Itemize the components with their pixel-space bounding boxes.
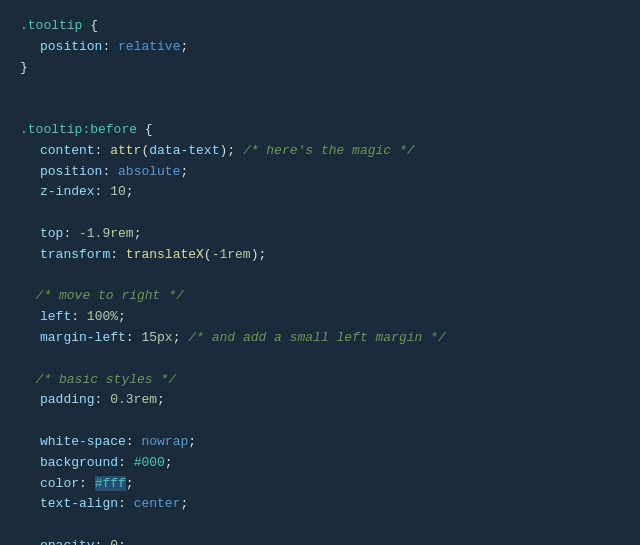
token-punctuation: : bbox=[95, 392, 111, 407]
token-punctuation: : bbox=[126, 434, 142, 449]
code-line: position: relative; bbox=[20, 37, 620, 58]
token-property: z-index bbox=[40, 184, 95, 199]
token-comment: /* move to right */ bbox=[20, 288, 184, 303]
code-line: .tooltip { bbox=[20, 16, 620, 37]
token-punctuation: : bbox=[63, 226, 79, 241]
token-value-function: translateX bbox=[126, 247, 204, 262]
code-line bbox=[20, 203, 620, 224]
token-attr-name: data-text bbox=[149, 143, 219, 158]
token-property: position bbox=[40, 39, 102, 54]
token-value-number: 100% bbox=[87, 309, 118, 324]
code-line: background: #000; bbox=[20, 453, 620, 474]
token-punctuation: : bbox=[95, 538, 111, 545]
token-brace: { bbox=[137, 122, 153, 137]
token-brace: { bbox=[82, 18, 98, 33]
token-value-keyword: absolute bbox=[118, 164, 180, 179]
token-property: white-space bbox=[40, 434, 126, 449]
token-punctuation: ; bbox=[134, 226, 142, 241]
code-line: opacity: 0; bbox=[20, 536, 620, 545]
token-comment: /* and add a small left margin */ bbox=[180, 330, 445, 345]
code-editor: .tooltip {position: relative;} .tooltip:… bbox=[20, 16, 620, 545]
token-punctuation: ; bbox=[157, 392, 165, 407]
token-punctuation: ; bbox=[188, 434, 196, 449]
token-comment: /* basic styles */ bbox=[20, 372, 176, 387]
code-line: margin-left: 15px; /* and add a small le… bbox=[20, 328, 620, 349]
code-line: /* move to right */ bbox=[20, 286, 620, 307]
code-line bbox=[20, 78, 620, 99]
token-value-keyword: center bbox=[134, 496, 181, 511]
code-line: .tooltip:before { bbox=[20, 120, 620, 141]
token-punctuation: ; bbox=[118, 309, 126, 324]
code-line: content: attr(data-text); /* here's the … bbox=[20, 141, 620, 162]
token-punctuation: ; bbox=[180, 164, 188, 179]
token-punctuation: ; bbox=[126, 476, 134, 491]
token-property: top bbox=[40, 226, 63, 241]
token-punctuation: ; bbox=[258, 247, 266, 262]
code-line: transform: translateX(-1rem); bbox=[20, 245, 620, 266]
code-line: padding: 0.3rem; bbox=[20, 390, 620, 411]
token-comment: /* here's the magic */ bbox=[235, 143, 414, 158]
token-punctuation: : bbox=[95, 143, 111, 158]
token-value-number: -1rem bbox=[212, 247, 251, 262]
code-line: /* basic styles */ bbox=[20, 370, 620, 391]
token-punctuation: : bbox=[71, 309, 87, 324]
token-property: left bbox=[40, 309, 71, 324]
code-line bbox=[20, 266, 620, 287]
token-selector: .tooltip bbox=[20, 18, 82, 33]
token-pseudo: .tooltip:before bbox=[20, 122, 137, 137]
code-line: white-space: nowrap; bbox=[20, 432, 620, 453]
token-punctuation: : bbox=[95, 184, 111, 199]
token-highlight: #fff bbox=[95, 476, 126, 491]
token-property: position bbox=[40, 164, 102, 179]
token-punctuation: ; bbox=[126, 184, 134, 199]
code-line: } bbox=[20, 58, 620, 79]
token-value-keyword: relative bbox=[118, 39, 180, 54]
token-punctuation: : bbox=[110, 247, 126, 262]
token-punctuation: ; bbox=[180, 39, 188, 54]
code-line bbox=[20, 515, 620, 536]
token-brace: } bbox=[20, 60, 28, 75]
token-value-keyword: nowrap bbox=[141, 434, 188, 449]
token-punctuation: ; bbox=[227, 143, 235, 158]
token-value-number: 15px bbox=[141, 330, 172, 345]
token-property: background bbox=[40, 455, 118, 470]
code-line bbox=[20, 411, 620, 432]
code-line bbox=[20, 349, 620, 370]
code-line: color: #fff; bbox=[20, 474, 620, 495]
token-value-number: 0 bbox=[110, 538, 118, 545]
token-punctuation: ; bbox=[118, 538, 126, 545]
token-value-hash: #000 bbox=[134, 455, 165, 470]
token-property: content bbox=[40, 143, 95, 158]
code-line: left: 100%; bbox=[20, 307, 620, 328]
code-line: position: absolute; bbox=[20, 162, 620, 183]
code-line: text-align: center; bbox=[20, 494, 620, 515]
code-line: z-index: 10; bbox=[20, 182, 620, 203]
token-value-number: 0.3rem bbox=[110, 392, 157, 407]
token-punctuation: : bbox=[102, 39, 118, 54]
token-punctuation: ; bbox=[180, 496, 188, 511]
token-value-number: 10 bbox=[110, 184, 126, 199]
token-value-number: -1.9rem bbox=[79, 226, 134, 241]
token-property: padding bbox=[40, 392, 95, 407]
token-value-function: attr bbox=[110, 143, 141, 158]
token-punctuation: : bbox=[118, 455, 134, 470]
code-line bbox=[20, 99, 620, 120]
code-line: top: -1.9rem; bbox=[20, 224, 620, 245]
token-property: text-align bbox=[40, 496, 118, 511]
token-punctuation: : bbox=[79, 476, 95, 491]
token-punctuation: ; bbox=[165, 455, 173, 470]
token-property: opacity bbox=[40, 538, 95, 545]
token-punctuation: : bbox=[118, 496, 134, 511]
token-property: color bbox=[40, 476, 79, 491]
token-punctuation: : bbox=[102, 164, 118, 179]
token-property: margin-left bbox=[40, 330, 126, 345]
token-punctuation: : bbox=[126, 330, 142, 345]
token-property: transform bbox=[40, 247, 110, 262]
token-paren: ( bbox=[204, 247, 212, 262]
